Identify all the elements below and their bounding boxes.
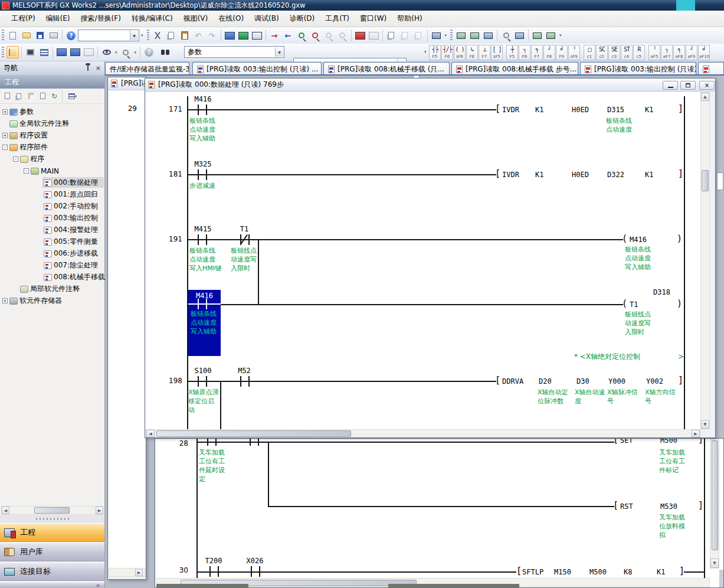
remote-operation-button[interactable] [430, 30, 443, 42]
contact-bar[interactable] [206, 376, 207, 387]
behind-ladder-window[interactable]: [PRG]读 29 ▶ [107, 77, 146, 580]
maximize-button[interactable] [680, 81, 696, 90]
main-vscrollbar[interactable]: ▲ ▼ [700, 92, 710, 429]
device-monitor-button[interactable] [224, 30, 236, 42]
verify-with-plc-button[interactable] [309, 30, 322, 42]
device-zoom-button[interactable] [120, 46, 132, 58]
scroll-right-button[interactable]: ▶ [96, 507, 103, 514]
menu-project[interactable]: 工程(P) [6, 11, 41, 26]
tree-item-device-memory[interactable]: +软元件存储器 [0, 295, 104, 306]
new-item-button[interactable] [2, 91, 12, 102]
tab-partial[interactable] [698, 62, 724, 76]
contact-bar[interactable] [250, 439, 251, 446]
menu-window[interactable]: 窗口(W) [355, 11, 392, 26]
contact-bar[interactable] [248, 376, 250, 387]
contact-bar[interactable] [258, 439, 259, 446]
menu-online[interactable]: 在线(O) [213, 11, 249, 26]
read-from-plc-button[interactable]: ← [282, 30, 294, 42]
accordion-connection-button[interactable]: 连接目标 [0, 562, 104, 581]
scroll-right-button[interactable]: ▶ [135, 569, 143, 576]
tool-aline-5[interactable]: ╛aF10 [698, 45, 710, 60]
write-to-plc-button[interactable]: → [268, 30, 281, 42]
tool-r[interactable]: Rc5 [633, 45, 645, 60]
monitor-mode-button[interactable] [237, 30, 250, 42]
instruction-operand[interactable]: K1 [535, 106, 543, 114]
tool-line-delete[interactable]: ╵sF9 [568, 45, 580, 60]
find-device-button[interactable] [500, 30, 512, 42]
contact-bar[interactable] [251, 566, 252, 577]
toolbar-overflow[interactable]: ▾ [424, 50, 427, 54]
instruction-rst[interactable]: RST [620, 502, 633, 511]
save-project-button[interactable] [34, 30, 46, 42]
list-view-button[interactable] [38, 46, 50, 58]
tool-coil[interactable]: ( )sF6 [454, 45, 466, 60]
scroll-thumb[interactable] [702, 170, 709, 191]
accordion-more-button[interactable]: » [0, 582, 104, 588]
menu-diagnostics[interactable]: 诊断(D) [284, 11, 320, 26]
instruction-operand[interactable]: H0ED [572, 106, 589, 114]
tool-se[interactable]: SEc3 [608, 45, 620, 60]
contact-bar[interactable] [198, 104, 199, 115]
find-button[interactable] [156, 46, 169, 58]
new-project-button[interactable] [6, 30, 19, 42]
tool-aline-4[interactable]: ┘aF9 [686, 45, 697, 60]
menu-convert-compile[interactable]: 转换/编译(C) [126, 11, 178, 26]
device-combo[interactable]: 参数▼ [184, 46, 284, 58]
device-batch-button[interactable] [69, 46, 81, 58]
window-cascade-button[interactable] [385, 30, 398, 42]
tree-item-005-part-measure[interactable]: 005:零件测量 [0, 236, 104, 247]
contact-label[interactable]: X026 [240, 557, 270, 565]
scroll-right-button[interactable]: ▶ [692, 430, 700, 437]
pulse-button[interactable] [482, 30, 494, 42]
contact-label[interactable]: M415 [188, 225, 218, 233]
instruction-ivdr[interactable]: IVDR [502, 171, 519, 179]
tree-item-004-alarm[interactable]: 004:报警处理 [0, 224, 104, 236]
tool-st[interactable]: STc4 [621, 45, 633, 60]
contact-label[interactable]: S100 [188, 367, 218, 375]
instruction-operand[interactable]: K1 [645, 171, 653, 179]
cut-button[interactable] [152, 30, 164, 42]
tree-item-local-comment[interactable]: 局部软元件注释 [0, 283, 104, 295]
pin-icon[interactable] [87, 66, 89, 71]
panel-splitter[interactable] [0, 515, 104, 523]
scroll-left-button[interactable]: ◀ [2, 507, 9, 514]
contact-label[interactable]: M416 [188, 95, 218, 103]
expand-icon[interactable]: - [2, 145, 8, 150]
sampling-trace-button[interactable] [455, 30, 467, 42]
instruction-operand[interactable]: D20 [539, 377, 552, 386]
dropdown-icon[interactable]: ▼ [275, 47, 283, 57]
tool-sc[interactable]: SCc2 [596, 45, 608, 60]
tab-device-buffer-monitor[interactable]: 件/缓冲存储器批量监视-3 [105, 62, 189, 76]
tool-vertical[interactable]: ⊥F7 [479, 45, 490, 60]
tab-prg-003-output[interactable]: [PRG]读取 003:输出控制 (只读) ... [192, 62, 322, 76]
sort-button[interactable]: ▾ [65, 91, 80, 102]
instruction-ddrva[interactable]: DDRVA [502, 377, 523, 386]
tool-open-contact[interactable]: ┤├F5 [429, 45, 441, 60]
tool-line-4[interactable]: ╛F9 [556, 45, 568, 60]
tool-aline-2[interactable]: ┐aF7 [661, 45, 673, 60]
tree-item-003-output-control[interactable]: 003:输出控制 [0, 213, 104, 224]
wave-monitor2-button[interactable] [545, 30, 557, 42]
tool-aline-1[interactable]: ╵aF5 [648, 45, 660, 60]
contact-bar[interactable] [206, 234, 207, 245]
tool-closed-contact[interactable]: ┤/├F6 [441, 45, 453, 60]
expand-icon[interactable]: + [2, 133, 8, 138]
tree-item-000-data-processing[interactable]: 000:数据处理 [0, 177, 104, 188]
scroll-down-button[interactable]: ▼ [701, 420, 709, 429]
quick-access-combo[interactable]: ▼ [78, 30, 139, 41]
help-button[interactable]: ? [65, 30, 77, 42]
tree-item-008-robot-transfer[interactable]: 008:机械手移载 [0, 272, 104, 283]
main-window-titlebar[interactable]: [PRG]读取 000:数据处理 (只读) 769步 [145, 79, 715, 92]
contact-bar[interactable] [209, 566, 211, 577]
device-display-button[interactable] [100, 46, 113, 58]
dropdown-icon[interactable]: ▾ [135, 50, 137, 55]
monitor-write-button[interactable] [251, 30, 263, 42]
instruction-operand[interactable]: K8 [624, 568, 632, 576]
bottom-vscrollbar[interactable]: ▼ [710, 439, 719, 569]
selected-cell[interactable]: M416 板链条线 点动速度 写入辅助 [188, 290, 221, 356]
refresh-button[interactable]: ↻ [49, 91, 60, 102]
tree-item-global-comment[interactable]: 全局软元件注释 [0, 118, 104, 129]
wave-monitor-button[interactable] [531, 30, 543, 42]
instruction-operand[interactable]: D315 [607, 106, 624, 114]
instruction-operand[interactable]: M530 [660, 502, 677, 511]
